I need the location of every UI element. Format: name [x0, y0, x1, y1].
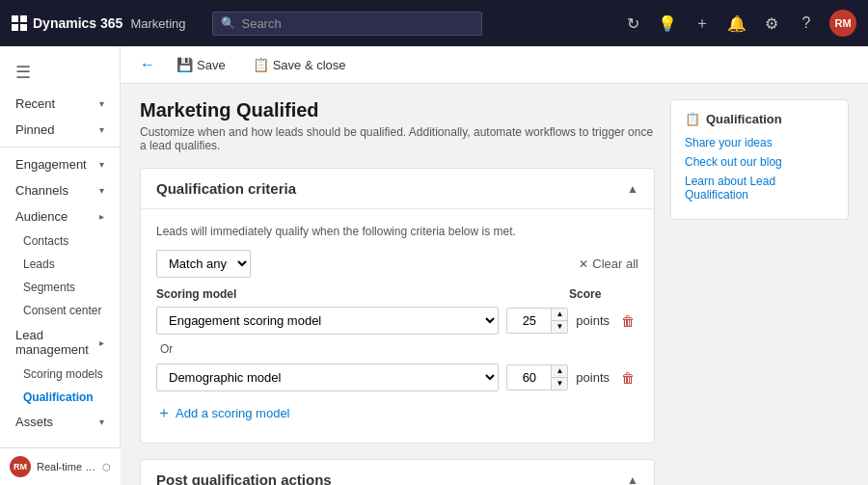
- app-logo: Dynamics 365: [12, 15, 122, 31]
- add-icon[interactable]: ＋: [691, 12, 714, 35]
- score-spinners-1: ▲ ▼: [551, 309, 567, 333]
- add-scoring-model-button[interactable]: ＋ Add a scoring model: [156, 399, 290, 427]
- lead-qual-link[interactable]: Learn about Lead Qualification: [685, 175, 834, 202]
- sidebar-item-channels[interactable]: Channels ▾: [0, 177, 120, 203]
- plus-icon: ＋: [156, 403, 172, 423]
- settings-icon[interactable]: ⚙: [760, 12, 783, 35]
- main-content: ← 💾 Save 📋 Save & close Marketing Qualif…: [121, 46, 868, 485]
- criteria-controls-row: Match any Match all ✕ Clear all: [156, 250, 638, 278]
- points-label-2: points: [576, 370, 610, 385]
- avatar[interactable]: RM: [829, 10, 856, 37]
- post-qual-actions-card: Post qualification actions ▲ Once leads …: [140, 459, 655, 485]
- model-select-1[interactable]: Engagement scoring model Demographic mod…: [156, 307, 499, 335]
- qual-panel-title: 📋 Qualification: [685, 112, 834, 126]
- share-ideas-link[interactable]: Share your ideas: [685, 136, 834, 149]
- save-close-label: Save & close: [273, 58, 346, 72]
- score-down-2[interactable]: ▼: [552, 378, 567, 390]
- scoring-row-1: Engagement scoring model Demographic mod…: [156, 307, 638, 335]
- help-icon[interactable]: ?: [795, 12, 818, 35]
- workspace-label: Real-time marketi...: [37, 461, 96, 472]
- criteria-chevron-icon[interactable]: ▲: [627, 182, 638, 196]
- clear-all-button[interactable]: ✕ Clear all: [579, 256, 638, 271]
- criteria-card-title: Qualification criteria: [156, 180, 296, 197]
- scoring-row-2: Demographic model Engagement scoring mod…: [156, 364, 638, 391]
- sidebar: ☰ Recent ▾ Pinned ▾ Engagement ▾ Channel…: [0, 46, 121, 485]
- sidebar-item-recent[interactable]: Recent ▾: [0, 91, 120, 117]
- qual-panel-icon: 📋: [685, 112, 700, 126]
- delete-model-1-button[interactable]: 🗑: [617, 310, 638, 333]
- blog-link[interactable]: Check out our blog: [685, 155, 834, 169]
- add-model-label: Add a scoring model: [176, 406, 290, 420]
- chevron-down-icon: ▾: [99, 98, 104, 109]
- back-button[interactable]: ←: [136, 52, 159, 77]
- save-button[interactable]: 💾 Save: [167, 52, 235, 77]
- chevron-icon: ▾: [99, 185, 104, 196]
- save-close-icon: 📋: [253, 57, 269, 72]
- search-box[interactable]: 🔍: [212, 12, 482, 36]
- score-header: Score: [569, 287, 638, 301]
- sidebar-sub-segments[interactable]: Segments: [0, 276, 120, 299]
- score-input-1: ▲ ▼: [506, 308, 568, 334]
- post-qual-chevron-icon[interactable]: ▲: [627, 473, 638, 486]
- sidebar-assets-label: Assets: [15, 415, 53, 429]
- chevron-down-icon: ▾: [99, 124, 104, 135]
- sidebar-channels-label: Channels: [15, 183, 68, 198]
- right-panel: 📋 Qualification Share your ideas Check o…: [670, 99, 849, 485]
- sidebar-sub-qualification[interactable]: Qualification: [0, 386, 120, 409]
- bell-icon[interactable]: 🔔: [725, 12, 748, 35]
- save-close-button[interactable]: 📋 Save & close: [243, 52, 356, 77]
- column-headers: Scoring model Score: [156, 287, 638, 301]
- sidebar-audience-label: Audience: [15, 209, 68, 224]
- sidebar-item-pinned[interactable]: Pinned ▾: [0, 117, 120, 143]
- sidebar-item-engagement[interactable]: Engagement ▾: [0, 151, 120, 177]
- sidebar-item-audience[interactable]: Audience ▸: [0, 203, 120, 229]
- search-input[interactable]: [241, 16, 474, 31]
- hamburger-icon[interactable]: ☰: [0, 54, 120, 91]
- workspace-switcher[interactable]: RM Real-time marketi... ⬡: [0, 447, 121, 485]
- criteria-card-header: Qualification criteria ▲: [141, 169, 654, 209]
- sidebar-sub-leads[interactable]: Leads: [0, 253, 120, 276]
- save-label: Save: [197, 58, 226, 72]
- content-main: Marketing Qualified Customize when and h…: [140, 99, 655, 485]
- nav-icons: ↻ 💡 ＋ 🔔 ⚙ ? RM: [621, 10, 856, 37]
- sidebar-recent-label: Recent: [15, 96, 55, 111]
- sidebar-engagement-label: Engagement: [15, 157, 87, 172]
- sidebar-sub-contacts[interactable]: Contacts: [0, 229, 120, 253]
- model-select-2[interactable]: Demographic model Engagement scoring mod…: [156, 364, 499, 391]
- or-separator: Or: [156, 342, 638, 356]
- score-spinners-2: ▲ ▼: [551, 365, 567, 390]
- chevron-up-icon: ▸: [99, 337, 104, 348]
- score-down-1[interactable]: ▼: [552, 321, 567, 333]
- delete-model-2-button[interactable]: 🗑: [617, 366, 638, 390]
- workspace-avatar: RM: [10, 456, 31, 477]
- match-select[interactable]: Match any Match all: [156, 250, 251, 278]
- sidebar-item-assets[interactable]: Assets ▾: [0, 409, 120, 435]
- module-name: Marketing: [130, 16, 185, 31]
- top-nav: Dynamics 365 Marketing 🔍 ↻ 💡 ＋ 🔔 ⚙ ? RM: [0, 0, 868, 46]
- lightbulb-icon[interactable]: 💡: [656, 12, 679, 35]
- score-up-1[interactable]: ▲: [552, 309, 567, 321]
- workspace-chevron-icon: ⬡: [102, 462, 111, 472]
- app-name: Dynamics 365: [33, 15, 122, 31]
- criteria-card-desc: Leads will immediately qualify when the …: [156, 225, 638, 238]
- post-qual-card-header: Post qualification actions ▲: [141, 460, 654, 485]
- qualification-criteria-card: Qualification criteria ▲ Leads will imme…: [140, 168, 655, 444]
- sidebar-item-lead-management[interactable]: Lead management ▸: [0, 322, 120, 363]
- page-subtitle: Customize when and how leads should be q…: [140, 125, 655, 152]
- command-bar: ← 💾 Save 📋 Save & close: [121, 46, 868, 84]
- sidebar-pinned-label: Pinned: [15, 122, 54, 137]
- page-body: Marketing Qualified Customize when and h…: [121, 84, 868, 485]
- sidebar-sub-consent[interactable]: Consent center: [0, 299, 120, 322]
- score-input-2: ▲ ▼: [506, 364, 568, 391]
- post-qual-card-title: Post qualification actions: [156, 472, 332, 485]
- chevron-up-icon: ▸: [99, 211, 104, 222]
- sidebar-sub-scoring-models[interactable]: Scoring models: [0, 363, 120, 386]
- qualification-panel: 📋 Qualification Share your ideas Check o…: [670, 99, 849, 220]
- score-value-2[interactable]: [507, 365, 551, 390]
- clear-all-label: Clear all: [592, 256, 638, 271]
- score-up-2[interactable]: ▲: [552, 365, 567, 378]
- refresh-icon[interactable]: ↻: [621, 12, 644, 35]
- score-value-1[interactable]: [507, 309, 551, 333]
- page-title: Marketing Qualified: [140, 99, 655, 121]
- save-icon: 💾: [176, 57, 193, 72]
